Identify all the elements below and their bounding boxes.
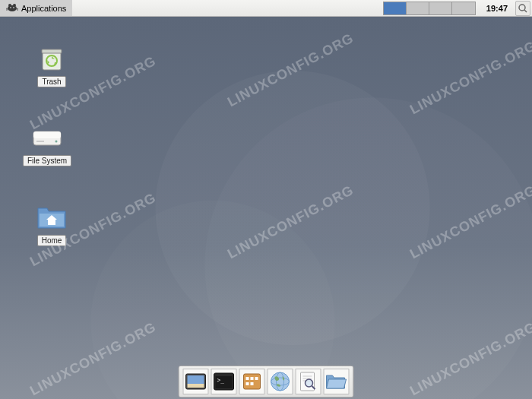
xfce-logo-icon	[6, 2, 18, 15]
dock-terminal[interactable]: >_	[211, 369, 237, 394]
workspace-switcher[interactable]	[383, 2, 476, 15]
svg-rect-13	[36, 141, 44, 142]
svg-point-12	[55, 141, 58, 143]
svg-point-2	[13, 4, 16, 7]
svg-rect-24	[255, 377, 258, 380]
dock-app-finder[interactable]	[296, 369, 321, 394]
watermark: LINUXCONFIG.ORG	[407, 38, 532, 118]
watermark: LINUXCONFIG.ORG	[27, 319, 159, 399]
dock-directory[interactable]	[324, 369, 350, 394]
svg-point-4	[13, 7, 14, 8]
svg-point-27	[271, 372, 290, 391]
watermark: LINUXCONFIG.ORG	[225, 182, 356, 262]
search-tray-icon[interactable]	[515, 1, 530, 16]
home-folder-icon	[36, 203, 67, 233]
svg-rect-23	[251, 377, 254, 380]
folder-open-icon	[325, 372, 348, 391]
applications-menu[interactable]: Applications	[0, 0, 72, 16]
svg-point-5	[519, 5, 525, 11]
filesystem-label: File System	[23, 155, 71, 166]
show-desktop-icon	[185, 373, 207, 390]
svg-rect-26	[251, 382, 254, 385]
svg-point-1	[8, 4, 11, 7]
desktop[interactable]: Trash File System Home LINUXCONFIG.ORG L…	[0, 17, 532, 399]
top-panel: Applications 19:47	[0, 0, 532, 17]
dock-web-browser[interactable]	[268, 369, 293, 394]
svg-rect-17	[188, 375, 204, 384]
svg-line-6	[524, 10, 527, 12]
clock[interactable]: 19:47	[480, 4, 514, 13]
svg-rect-16	[188, 384, 204, 388]
svg-rect-11	[33, 131, 61, 138]
svg-rect-8	[42, 49, 62, 53]
svg-rect-25	[246, 382, 249, 385]
watermark: LINUXCONFIG.ORG	[407, 182, 532, 262]
svg-rect-7	[43, 52, 61, 70]
applications-label: Applications	[21, 4, 66, 13]
workspace-1[interactable]	[384, 2, 407, 14]
svg-point-34	[306, 379, 313, 387]
home-label: Home	[37, 235, 67, 246]
desktop-icon-trash[interactable]: Trash	[21, 44, 82, 87]
workspace-3[interactable]	[429, 2, 452, 14]
desktop-icon-filesystem[interactable]: File System	[17, 123, 78, 166]
watermark: LINUXCONFIG.ORG	[407, 319, 532, 399]
drive-icon	[32, 123, 62, 154]
workspace-4[interactable]	[452, 2, 475, 14]
terminal-icon: >_	[214, 372, 235, 391]
desktop-icon-home[interactable]: Home	[21, 203, 82, 246]
svg-point-3	[10, 7, 11, 8]
svg-rect-21	[244, 374, 261, 389]
trash-icon	[36, 44, 67, 74]
watermark: LINUXCONFIG.ORG	[225, 30, 356, 110]
bottom-dock: >_	[179, 366, 354, 397]
dock-file-manager[interactable]	[239, 369, 265, 394]
trash-label: Trash	[37, 76, 65, 87]
globe-icon	[270, 371, 291, 392]
file-manager-icon	[242, 372, 262, 391]
svg-rect-22	[246, 377, 249, 380]
workspace-2[interactable]	[407, 2, 429, 14]
svg-text:>_: >_	[217, 377, 225, 384]
dock-show-desktop[interactable]	[183, 369, 209, 394]
magnifier-doc-icon	[299, 371, 318, 392]
